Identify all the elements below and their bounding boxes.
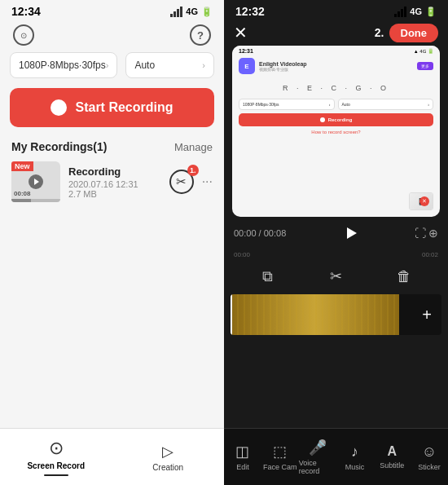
preview-app-icon: E — [239, 58, 255, 74]
playback-time: 00:00 / 00:08 — [234, 228, 286, 238]
face-cam-label: Face Cam — [263, 463, 297, 471]
recording-info: Recording 2020.07.16 12:31 2.7 MB — [68, 165, 161, 199]
step-1-label: 1. — [187, 165, 199, 176]
face-cam-icon: ⬚ — [273, 443, 287, 461]
help-icon[interactable]: ? — [190, 24, 211, 46]
copy-tool-button[interactable]: ⧉ — [257, 265, 279, 288]
playback-current: 00:00 — [234, 228, 257, 238]
step-2-label: 2. — [375, 26, 384, 39]
playback-extra-icons: ⛶ ⊕ — [415, 227, 438, 240]
left-panel: 12:34 4G 🔋 ⊙ ? 1080P·8Mbps·30fps › Auto … — [0, 0, 224, 485]
edit-icon: ◫ — [235, 443, 249, 461]
right-header: ✕ 2. Done — [224, 20, 448, 46]
preview-brand-text: R · E · C · G · O — [232, 84, 440, 92]
preview-icons: ▲ 4G 🔋 — [414, 48, 433, 54]
crop-icon[interactable]: ⊕ — [428, 227, 438, 240]
right-status-icons: 4G 🔋 — [394, 7, 437, 17]
audio-label: Auto — [134, 60, 155, 71]
recording-list-item: New 00:08 Recording 2020.07.16 12:31 2.7… — [0, 161, 224, 202]
manage-button[interactable]: Manage — [174, 141, 213, 153]
battery-icon: 🔋 — [201, 7, 213, 17]
more-options-button[interactable]: ··· — [202, 174, 213, 189]
nav-screen-record-label: Screen Record — [27, 461, 85, 470]
expand-icon[interactable]: ⛶ — [415, 227, 426, 240]
left-status-icons: 4G 🔋 — [170, 7, 213, 17]
record-dot-icon — [51, 99, 67, 116]
chevron-right-icon-2: › — [202, 60, 205, 70]
audio-option[interactable]: Auto › — [125, 52, 214, 78]
track-fill — [231, 294, 399, 335]
preview-edit-btn: 更多 — [417, 62, 433, 70]
my-recordings-title: My Recordings(1) — [11, 140, 107, 153]
preview-how-to: How to record screen? — [239, 130, 433, 134]
sticker-label: Sticker — [418, 463, 441, 471]
preview-resolution: 1080P·8Mbps·30fps › — [239, 99, 335, 110]
right-panel: 12:32 4G 🔋 ✕ 2. Done 12:31 ▲ 4G 🔋 — [224, 0, 448, 485]
add-clip-button[interactable]: + — [412, 294, 441, 335]
timeline-area: 00:00 00:02 ⧉ ✂ 🗑 + — [224, 249, 448, 342]
music-tool[interactable]: ♪ Music — [336, 429, 373, 485]
trim-x-icon: ✕ — [419, 196, 429, 206]
start-recording-button[interactable]: Start Recording — [10, 88, 214, 127]
right-time: 12:32 — [235, 5, 265, 18]
recording-name: Recording — [68, 165, 161, 178]
subtitle-icon: A — [387, 444, 397, 459]
left-status-bar: 12:34 4G 🔋 — [0, 0, 224, 20]
right-bottom-bar: ◫ Edit ⬚ Face Cam 🎤 Voice record ♪ Music… — [224, 428, 448, 485]
music-icon: ♪ — [351, 443, 358, 461]
nav-screen-record[interactable]: ⊙ Screen Record — [0, 429, 112, 485]
edit-label: Edit — [236, 463, 249, 471]
duration-text: 00:08 — [14, 190, 30, 197]
right-network-icon: 4G — [410, 7, 422, 16]
left-bottom-nav: ⊙ Screen Record ▷ Creation — [0, 428, 224, 485]
preview-statusbar: 12:31 ▲ 4G 🔋 — [232, 46, 440, 56]
nav-creation[interactable]: ▷ Creation — [112, 429, 225, 485]
timeline-tools: ⧉ ✂ 🗑 — [224, 260, 448, 293]
nav-creation-label: Creation — [152, 463, 183, 472]
nav-underline — [44, 474, 68, 476]
subtitle-tool[interactable]: A Subtitle — [373, 429, 411, 485]
preview-rec-label: Recording — [328, 117, 353, 122]
creation-icon: ▷ — [162, 443, 173, 461]
signal-icon — [170, 7, 182, 17]
plus-icon: + — [422, 306, 432, 324]
resolution-label: 1080P·8Mbps·30fps — [19, 60, 106, 71]
right-battery-icon: 🔋 — [425, 7, 437, 17]
playback-row: 00:00 / 00:08 ⛶ ⊕ — [224, 217, 448, 249]
voice-record-tool[interactable]: 🎤 Voice record — [299, 429, 336, 485]
microphone-icon: 🎤 — [309, 439, 327, 456]
done-button[interactable]: Done — [389, 24, 439, 42]
trim-button[interactable]: ✂ 1. — [169, 170, 194, 194]
face-cam-tool[interactable]: ⬚ Face Cam — [261, 429, 299, 485]
left-time: 12:34 — [11, 5, 41, 18]
scissors-tool-button[interactable]: ✂ — [324, 265, 347, 288]
preview-device-thumb: 📱 ✕ — [409, 192, 433, 210]
timeline-timecodes: 00:00 00:02 — [224, 249, 448, 260]
sticker-icon: ☺ — [422, 443, 437, 461]
preview-audio: Auto › — [338, 99, 434, 110]
play-button[interactable] — [339, 222, 362, 245]
trash-tool-button[interactable]: 🗑 — [393, 265, 415, 288]
screen-record-icon: ⊙ — [49, 438, 64, 459]
right-status-bar: 12:32 4G 🔋 — [224, 0, 448, 20]
sticker-tool[interactable]: ☺ Sticker — [411, 429, 448, 485]
network-icon: 4G — [186, 7, 198, 16]
thumbnail-container: New 00:08 — [11, 161, 60, 202]
preview-app-sub: 视频剪辑·专业版 — [259, 67, 307, 72]
playback-total: 00:08 — [264, 228, 287, 238]
edit-tool[interactable]: ◫ Edit — [224, 429, 261, 485]
recording-date: 2020.07.16 12:31 — [68, 179, 161, 189]
video-preview: 12:31 ▲ 4G 🔋 E Enlight Videoleap 视频剪辑·专业… — [232, 46, 440, 217]
settings-icon[interactable]: ⊙ — [13, 24, 34, 46]
right-signal-icon — [394, 7, 406, 17]
right-header-right: 2. Done — [375, 24, 438, 42]
resolution-option[interactable]: 1080P·8Mbps·30fps › — [10, 52, 117, 78]
timecode-start: 00:00 — [234, 251, 250, 258]
left-options: 1080P·8Mbps·30fps › Auto › — [0, 52, 224, 78]
preview-time: 12:31 — [239, 48, 253, 54]
preview-app-info: Enlight Videoleap 视频剪辑·专业版 — [259, 61, 307, 72]
chevron-right-icon: › — [106, 60, 109, 70]
close-button[interactable]: ✕ — [234, 23, 248, 42]
play-icon — [29, 174, 43, 189]
new-badge: New — [11, 161, 33, 171]
